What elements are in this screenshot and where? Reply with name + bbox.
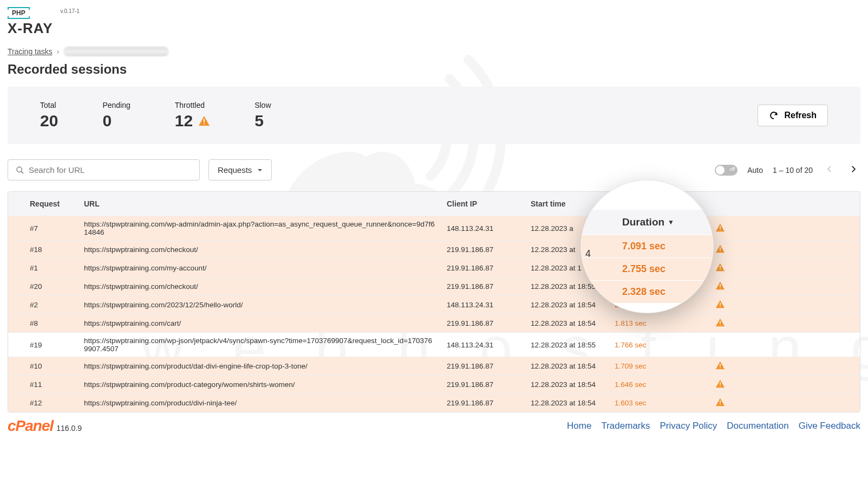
footer-link-home[interactable]: Home: [567, 421, 591, 431]
footer-link-privacy[interactable]: Privacy Policy: [660, 421, 717, 431]
warning-icon: [715, 223, 725, 232]
auto-toggle[interactable]: off: [715, 165, 738, 176]
cell-url: https://stpwptraining.com/checkout/: [84, 282, 447, 291]
cell-url: https://stpwptraining.com/my-account/: [84, 264, 447, 272]
cell-request: #12: [8, 399, 84, 407]
cell-duration: 1.603 sec: [615, 399, 699, 407]
cell-ip: 219.91.186.87: [447, 264, 531, 272]
chevron-down-icon: [257, 167, 263, 173]
warning-icon: [715, 398, 725, 406]
col-url[interactable]: URL: [84, 199, 447, 208]
php-badge: PHP: [8, 7, 30, 19]
svg-rect-20: [720, 364, 720, 366]
table-row[interactable]: #1https://stpwptraining.com/my-account/2…: [8, 259, 860, 277]
table-row[interactable]: #18https://stpwptraining.com/checkout/21…: [8, 240, 860, 259]
svg-rect-21: [720, 367, 720, 368]
cell-warning: [699, 281, 742, 292]
col-client-ip[interactable]: Client IP: [447, 199, 531, 208]
footer: cPanel 116.0.9 Home Trademarks Privacy P…: [0, 412, 868, 441]
svg-rect-10: [720, 247, 720, 250]
cell-url: https://stpwptraining.com/checkout/: [84, 246, 447, 254]
svg-point-6: [17, 167, 22, 172]
table-row[interactable]: #19https://stpwptraining.com/wp-json/jet…: [8, 332, 860, 357]
footer-link-trademarks[interactable]: Trademarks: [601, 421, 650, 431]
cell-duration: 1.709 sec: [615, 362, 699, 370]
cell-url: https://stpwptraining.com/product/dat-di…: [84, 362, 447, 370]
cell-ip: 148.113.24.31: [447, 341, 531, 349]
cell-duration: 1.646 sec: [615, 380, 699, 389]
warning-icon: [715, 244, 725, 253]
svg-rect-19: [720, 325, 720, 325]
cell-url: https://stpwptraining.com/wp-admin/admin…: [84, 220, 447, 236]
cell-url: https://stpwptraining.com/product-catego…: [84, 380, 447, 389]
prev-page-button[interactable]: [823, 162, 837, 178]
lens-row: 7.091 sec: [581, 235, 713, 257]
search-input[interactable]: [29, 165, 192, 175]
cell-ip: 219.91.186.87: [447, 380, 531, 389]
svg-rect-13: [720, 269, 720, 270]
svg-rect-17: [720, 306, 720, 307]
page-title: Recorded sessions: [8, 62, 860, 77]
svg-rect-8: [720, 226, 720, 229]
warning-icon: [715, 361, 725, 370]
footer-link-feedback[interactable]: Give Feedback: [799, 421, 860, 431]
col-request[interactable]: Request: [8, 199, 84, 208]
cell-time: 12.28.2023 at 18:55: [531, 341, 615, 349]
cell-ip: 148.113.24.31: [447, 301, 531, 309]
cell-ip: 219.91.186.87: [447, 246, 531, 254]
lens-side-number: 4: [585, 248, 591, 260]
breadcrumb-current-blurred: [63, 47, 169, 56]
svg-rect-5: [204, 124, 205, 125]
table-row[interactable]: #2https://stpwptraining.com/2023/12/25/h…: [8, 295, 860, 314]
stat-total: Total 20: [40, 101, 58, 130]
stat-pending: Pending 0: [102, 101, 130, 130]
svg-rect-16: [720, 302, 720, 305]
pagination-text: 1 – 10 of 20: [773, 166, 813, 175]
refresh-button[interactable]: Refresh: [758, 105, 828, 126]
cell-time: 12.28.2023 at 18:54: [531, 380, 615, 389]
table-row[interactable]: #10https://stpwptraining.com/product/dat…: [8, 357, 860, 375]
svg-rect-11: [720, 251, 720, 251]
table-row[interactable]: #12https://stpwptraining.com/product/div…: [8, 393, 860, 412]
cell-request: #7: [8, 224, 84, 233]
warning-icon: [715, 263, 725, 272]
app-version: v.0.17-1: [61, 8, 80, 14]
cell-ip: 219.91.186.87: [447, 399, 531, 407]
cell-request: #1: [8, 264, 84, 272]
cell-time: 12.28.2023 at 18:54: [531, 319, 615, 327]
next-page-button[interactable]: [846, 162, 860, 178]
stat-throttled: Throttled 12: [175, 101, 210, 130]
breadcrumb: Tracing tasks ›: [8, 47, 860, 56]
cell-request: #10: [8, 362, 84, 370]
svg-line-7: [21, 171, 23, 173]
cell-time: 12.28.2023 at 18:54: [531, 362, 615, 370]
cell-request: #18: [8, 246, 84, 254]
auto-toggle-label: Auto: [747, 166, 763, 175]
cell-time: 12.28.2023 at 18:54: [531, 399, 615, 407]
table-row[interactable]: #7https://stpwptraining.com/wp-admin/adm…: [8, 216, 860, 240]
cell-time: 12.28.2023 at 18:54: [531, 301, 615, 309]
warning-icon: [715, 318, 725, 327]
svg-rect-9: [720, 229, 720, 230]
refresh-icon: [769, 111, 779, 120]
lens-row: 2.755 sec: [581, 257, 713, 280]
footer-link-docs[interactable]: Documentation: [727, 421, 788, 431]
warning-icon: [198, 115, 210, 126]
requests-dropdown[interactable]: Requests: [208, 159, 272, 180]
app-logo: PHP X-RAY v.0.17-1: [8, 7, 860, 37]
cell-request: #8: [8, 319, 84, 327]
search-input-wrapper[interactable]: [8, 159, 200, 180]
warning-icon: [715, 379, 725, 388]
cell-ip: 148.113.24.31: [447, 224, 531, 233]
svg-rect-18: [720, 321, 720, 324]
cell-warning: [699, 318, 742, 328]
table-row[interactable]: #11https://stpwptraining.com/product-cat…: [8, 375, 860, 393]
svg-rect-14: [720, 284, 720, 287]
svg-rect-25: [720, 404, 720, 405]
breadcrumb-root[interactable]: Tracing tasks: [8, 47, 53, 56]
warning-icon: [715, 300, 725, 308]
table-row[interactable]: #8https://stpwptraining.com/cart/219.91.…: [8, 314, 860, 332]
cell-duration: 1.813 sec: [615, 319, 699, 327]
table-row[interactable]: #20https://stpwptraining.com/checkout/21…: [8, 277, 860, 295]
search-icon: [16, 166, 24, 175]
